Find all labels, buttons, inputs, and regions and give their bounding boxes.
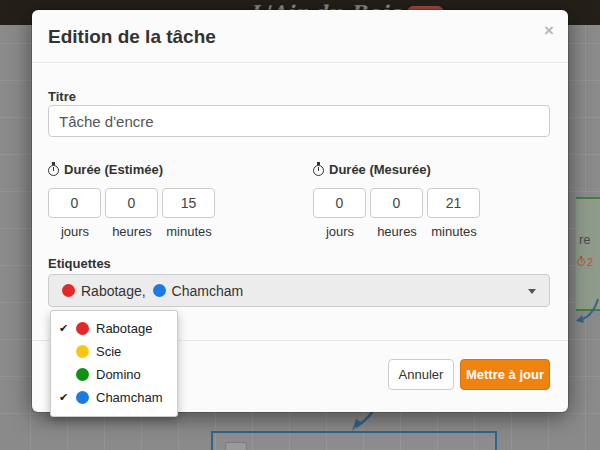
- background-task-duration-value: 2: [587, 256, 593, 268]
- check-icon: ✔: [59, 391, 76, 404]
- check-icon: ✔: [59, 322, 76, 335]
- tag-dot-domino: [76, 368, 89, 381]
- background-task-card-bottom: [211, 431, 497, 450]
- tag-dot-chamcham: [76, 391, 89, 404]
- estimated-days-unit: jours: [61, 224, 89, 239]
- tag-dot-rabotage: [76, 322, 89, 335]
- measured-minutes-unit: minutes: [431, 224, 477, 239]
- menu-item-chamcham[interactable]: ✔ Chamcham: [51, 386, 177, 409]
- measured-minutes-input[interactable]: [427, 188, 480, 218]
- selected-tag-chamcham: Chamcham: [172, 283, 244, 299]
- titre-input[interactable]: [48, 105, 550, 137]
- selected-tag-rabotage: Rabotage,: [81, 283, 146, 299]
- edit-task-modal: Edition de la tâche × Titre Durée (Estim…: [32, 10, 568, 412]
- update-button[interactable]: Mettre à jour: [460, 359, 550, 390]
- estimated-hours-unit: heures: [112, 224, 152, 239]
- background-task-title-fragment: re: [579, 232, 591, 247]
- flow-arrow-right: [568, 296, 600, 328]
- menu-item-domino[interactable]: Domino: [51, 363, 177, 386]
- chevron-down-icon: [528, 289, 536, 294]
- etiquettes-label: Etiquettes: [48, 256, 111, 271]
- duration-measured-label: Durée (Mesurée): [313, 162, 431, 177]
- background-task-card-right: re 2: [576, 197, 600, 311]
- background-card-button: [225, 442, 247, 450]
- menu-item-rabotage[interactable]: ✔ Rabotage: [51, 317, 177, 340]
- stopwatch-icon: [48, 165, 59, 176]
- measured-hours-input[interactable]: [370, 188, 423, 218]
- etiquettes-select[interactable]: Rabotage, Chamcham: [48, 274, 550, 307]
- measured-hours-unit: heures: [377, 224, 417, 239]
- stopwatch-icon: [577, 258, 585, 266]
- titre-label: Titre: [48, 89, 76, 104]
- background-task-duration: 2: [577, 256, 593, 268]
- cancel-button[interactable]: Annuler: [388, 359, 454, 390]
- tag-dot-scie: [76, 345, 89, 358]
- modal-header: Edition de la tâche ×: [32, 10, 568, 63]
- estimated-days-input[interactable]: [48, 188, 101, 218]
- estimated-minutes-unit: minutes: [166, 224, 212, 239]
- estimated-hours-input[interactable]: [105, 188, 158, 218]
- menu-item-scie[interactable]: Scie: [51, 340, 177, 363]
- etiquettes-dropdown-menu: ✔ Rabotage Scie Domino ✔ Chamcham: [50, 310, 178, 417]
- duration-estimated-label: Durée (Estimée): [48, 162, 163, 177]
- tag-dot-chamcham: [153, 284, 166, 297]
- measured-days-input[interactable]: [313, 188, 366, 218]
- stopwatch-icon: [313, 165, 324, 176]
- modal-title: Edition de la tâche: [48, 26, 216, 48]
- estimated-minutes-input[interactable]: [162, 188, 215, 218]
- measured-days-unit: jours: [326, 224, 354, 239]
- close-icon[interactable]: ×: [544, 22, 554, 39]
- tag-dot-rabotage: [62, 284, 75, 297]
